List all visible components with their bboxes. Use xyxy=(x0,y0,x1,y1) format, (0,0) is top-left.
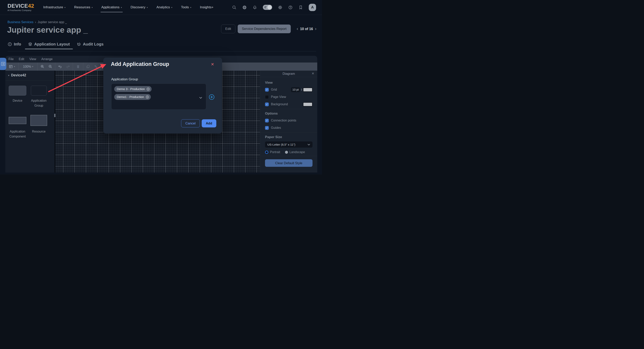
copy-button[interactable] xyxy=(86,64,90,69)
panel-divider xyxy=(260,109,317,109)
settings-gear-icon[interactable] xyxy=(278,5,282,10)
paper-size-section-header: Paper Size xyxy=(265,135,312,139)
shape-application-group[interactable] xyxy=(31,86,47,96)
modal-close-icon[interactable]: ✕ xyxy=(211,62,214,67)
grid-label: Grid xyxy=(271,88,277,92)
check-icon: ✓ xyxy=(266,119,268,122)
zoom-in-button[interactable] xyxy=(40,64,44,69)
check-icon: ✓ xyxy=(266,126,268,129)
diagram-settings-panel: Diagram ✕ View ✓ Grid 10 pt ▴▾ xyxy=(260,71,317,172)
pager-prev-icon[interactable]: ‹ xyxy=(297,27,298,31)
notifications-bell-icon[interactable] xyxy=(252,5,257,10)
menu-applications[interactable]: Applications▾ xyxy=(101,0,122,15)
background-checkbox[interactable]: ✓ xyxy=(265,102,269,106)
shape-resource-label: Resource xyxy=(30,129,47,134)
breadcrumb-business-services-link[interactable]: Business Services xyxy=(8,20,34,24)
remove-chip-icon[interactable] xyxy=(146,88,150,91)
grid-checkbox[interactable]: ✓ xyxy=(265,88,269,92)
check-icon: ✓ xyxy=(266,103,268,106)
menu-analytics[interactable]: Analytics▾ xyxy=(156,0,172,15)
tab-audit-logs[interactable]: Audit Logs xyxy=(76,42,104,47)
portrait-radio[interactable] xyxy=(265,150,268,154)
paper-size-value: US-Letter (8,5" x 11") xyxy=(268,143,295,146)
undo-button[interactable] xyxy=(58,64,62,69)
logo-wordmark: DEVICE42 xyxy=(8,3,34,9)
delete-button[interactable] xyxy=(76,64,80,69)
connection-points-checkbox[interactable]: ✓ xyxy=(265,119,269,122)
editor-menu-arrange[interactable]: Arrange xyxy=(41,58,53,61)
guides-checkbox[interactable]: ✓ xyxy=(265,126,269,130)
paper-size-select[interactable]: US-Letter (8,5" x 11") xyxy=(265,142,312,148)
breadcrumb: Business Services › Jupiter service app … xyxy=(8,20,67,24)
redo-button[interactable] xyxy=(66,64,70,69)
layers-icon xyxy=(28,42,32,46)
zoom-level-dropdown[interactable]: 100% ▾ xyxy=(23,65,33,68)
toolbar-clipboard-group xyxy=(83,62,100,71)
menu-infrastructure[interactable]: Infrastructure▾ xyxy=(43,0,66,15)
chevron-down-icon xyxy=(308,144,310,146)
shapes-section-header[interactable]: ▾ Device42 xyxy=(8,73,26,77)
check-icon: ✓ xyxy=(266,88,268,91)
clear-default-style-button[interactable]: Clear Default Style xyxy=(265,159,312,167)
dropdown-chevron-icon[interactable] xyxy=(199,96,202,98)
zoom-out-button[interactable] xyxy=(48,64,52,69)
menu-resources[interactable]: Resources▾ xyxy=(74,0,92,15)
toolbar-zoom-group: 100% ▾ xyxy=(18,62,38,71)
caret-down-icon: ▾ xyxy=(14,65,15,68)
page-view-checkbox[interactable]: ✓ xyxy=(265,95,269,99)
menu-insights[interactable]: Insights+ xyxy=(200,0,214,15)
panel-close-icon[interactable]: ✕ xyxy=(312,72,314,76)
shapes-panel-toggle-button[interactable] xyxy=(0,58,6,70)
collapse-caret-icon: ▾ xyxy=(8,74,9,77)
grid-size-stepper[interactable]: ▴▾ xyxy=(301,88,302,91)
device42-logo[interactable]: DEVICE42 A Freshworks Company xyxy=(8,3,34,12)
user-avatar[interactable]: A xyxy=(309,4,316,11)
application-group-multiselect[interactable]: Demo 3 - Production Demo1 - Production xyxy=(111,84,206,110)
remove-chip-icon[interactable] xyxy=(146,95,149,99)
pager-next-icon[interactable]: › xyxy=(315,27,316,31)
background-color-swatch[interactable] xyxy=(303,102,312,106)
bookmark-icon[interactable] xyxy=(298,5,303,10)
breadcrumb-current: Jupiter service app _ xyxy=(38,20,67,24)
info-icon xyxy=(8,42,12,46)
options-section-header: Options xyxy=(265,112,312,116)
shape-application-component[interactable] xyxy=(9,117,26,124)
tab-application-layout[interactable]: Application Layout xyxy=(28,42,70,47)
history-icon xyxy=(76,42,81,46)
help-icon[interactable] xyxy=(288,5,293,10)
extract-structure-button[interactable] xyxy=(94,64,98,69)
cancel-button[interactable]: Cancel xyxy=(181,119,200,128)
edit-button[interactable]: Edit xyxy=(221,24,235,33)
selected-chip: Demo1 - Production xyxy=(114,94,151,100)
dark-mode-toggle[interactable] xyxy=(263,5,272,10)
menu-discovery[interactable]: Discovery▾ xyxy=(130,0,148,15)
editor-menu-edit[interactable]: Edit xyxy=(19,58,24,61)
top-nav: DEVICE42 A Freshworks Company Infrastruc… xyxy=(0,0,322,15)
guides-label: Guides xyxy=(271,126,281,130)
page-view-tool-button[interactable]: ▾ xyxy=(9,64,15,69)
landscape-radio[interactable] xyxy=(285,151,288,154)
shape-resource[interactable] xyxy=(30,115,47,126)
detail-tabs: Info Application Layout Audit Logs xyxy=(8,42,104,47)
shape-device[interactable] xyxy=(9,86,26,96)
breadcrumb-separator: › xyxy=(35,20,36,24)
globe-icon[interactable] xyxy=(242,5,247,10)
add-button[interactable]: Add xyxy=(202,119,216,128)
toolbar-magnify-group xyxy=(38,62,55,71)
caret-down-icon: ▾ xyxy=(64,6,66,8)
menu-tools[interactable]: Tools▾ xyxy=(181,0,191,15)
modal-title: Add Application Group xyxy=(111,61,169,67)
grid-size-input[interactable]: 10 pt xyxy=(291,87,300,92)
search-icon[interactable] xyxy=(232,5,236,10)
panel-title: Diagram xyxy=(260,72,317,76)
shapes-section-title: Device42 xyxy=(11,73,26,77)
shape-device-label: Device xyxy=(9,98,26,103)
tab-info[interactable]: Info xyxy=(8,42,21,47)
editor-menu-view[interactable]: View xyxy=(29,58,36,61)
toolbar-delete-group xyxy=(73,62,83,71)
pager-count: 10 of 16 xyxy=(300,27,313,31)
service-dependencies-report-button[interactable]: Service Dependencies Report xyxy=(238,24,291,33)
grid-color-swatch[interactable] xyxy=(303,88,312,92)
editor-menu-file[interactable]: File xyxy=(8,58,14,61)
add-new-group-icon[interactable] xyxy=(209,94,214,100)
